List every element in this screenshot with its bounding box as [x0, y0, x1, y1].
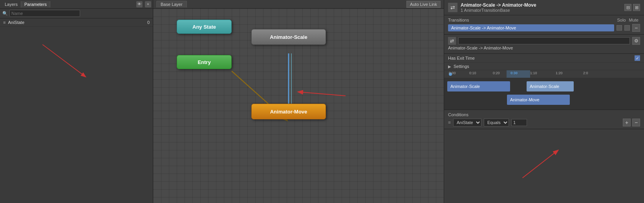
tab-bar: Layers Parameters 👁 +	[0, 0, 153, 9]
has-exit-row: Has Exit Time ✓	[444, 54, 644, 63]
ruler-mark-0: 0:00	[449, 71, 456, 75]
track-animator-scale-1: Animator-Scale	[447, 81, 510, 91]
mute-checkbox[interactable]	[624, 25, 630, 31]
mute-label: Mute	[629, 18, 639, 22]
search-bar: 🔍	[0, 9, 153, 18]
add-condition-btn[interactable]: +	[623, 119, 631, 126]
track-animator-move: Animator-Move	[507, 95, 570, 105]
animator-scale-label: Animator-Scale -> Animator-Move	[448, 45, 640, 51]
svg-line-6	[523, 150, 558, 178]
ruler-mark-10: 0:10	[469, 71, 476, 75]
annotation-arrow-left	[0, 27, 153, 203]
grid-canvas[interactable]: Any State Entry Animator-Scale Animator-…	[153, 9, 444, 203]
condition-value-input[interactable]	[511, 119, 527, 126]
ruler-mark-20: 0:20	[493, 71, 500, 75]
anistate-value: 0	[147, 20, 150, 25]
remove-transition-btn[interactable]: −	[632, 24, 640, 32]
settings-row[interactable]: ▶ Settings	[444, 63, 644, 70]
remove-condition-btn[interactable]: −	[632, 119, 640, 126]
eye-icon-btn[interactable]: 👁	[136, 1, 143, 7]
node-entry-label: Entry	[198, 59, 210, 65]
minimize-btn[interactable]: ⊟	[624, 4, 631, 11]
base-layer-tab[interactable]: Base Layer	[156, 1, 187, 7]
maximize-btn[interactable]: ⊞	[633, 4, 640, 11]
node-any-state[interactable]: Any State	[177, 20, 232, 34]
tab-parameters[interactable]: Parameters	[21, 1, 50, 7]
ruler-mark-200: 2:0	[583, 71, 588, 75]
search-icon: 🔍	[2, 11, 8, 16]
timeline-section: 0:00 0:10 0:20 0:30 1:10 1:20 2:0 Animat…	[444, 70, 644, 110]
node-animator-scale-label: Animator-Scale	[270, 34, 307, 40]
tab-icons: 👁 +	[136, 1, 151, 7]
anistate-label: AniState	[8, 20, 145, 25]
settings-label: Settings	[454, 64, 469, 69]
transition-name-bar[interactable]: Animator-Scale -> Animator-Move	[448, 24, 614, 31]
plus-minus-btns: + −	[623, 119, 640, 126]
timeline-selection	[507, 70, 530, 78]
condition-variable-select[interactable]: AniState	[453, 119, 481, 126]
node-entry[interactable]: Entry	[177, 55, 232, 69]
solo-mute-labels: Solo Mute	[617, 18, 639, 22]
add-btn[interactable]: +	[145, 1, 151, 7]
transition-icon: ⇄	[448, 3, 457, 12]
gear-btn[interactable]: ⚙	[632, 37, 640, 45]
condition-operator-select[interactable]: Equals	[484, 119, 509, 126]
tab-layers[interactable]: Layers	[2, 1, 21, 7]
solo-label: Solo	[617, 18, 626, 22]
transition-row: Animator-Scale -> Animator-Move −	[448, 24, 640, 32]
left-content	[0, 27, 153, 203]
right-header: ⇄ Animator-Scale -> Animator-Move 1 Anim…	[444, 0, 644, 15]
condition-row: = AniState Equals + −	[448, 119, 640, 126]
right-bottom	[444, 129, 644, 203]
right-header-subtitle: 1 AnimatorTransitionBase	[461, 8, 621, 13]
right-panel: ⇄ Animator-Scale -> Animator-Move 1 Anim…	[444, 0, 644, 203]
conditions-label: Conditions	[448, 112, 640, 117]
anistate-menu-icon: ≡	[3, 20, 5, 25]
right-header-text: Animator-Scale -> Animator-Move 1 Animat…	[461, 2, 621, 13]
node-animator-scale[interactable]: Animator-Scale	[251, 29, 326, 45]
conditions-section: Conditions = AniState Equals + −	[444, 110, 644, 129]
right-bottom-annotation	[444, 129, 644, 203]
right-header-title: Animator-Scale -> Animator-Move	[461, 2, 621, 8]
animator-scale-section: ⇄ ⚙ Animator-Scale -> Animator-Move	[444, 35, 644, 54]
center-topbar: Base Layer Auto Live Link	[153, 0, 444, 9]
node-animator-move[interactable]: Animator-Move	[251, 104, 326, 119]
node-any-state-label: Any State	[192, 24, 216, 30]
transitions-label: Transitions	[448, 18, 617, 22]
center-panel: Base Layer Auto Live Link	[153, 0, 444, 203]
condition-equals-icon: =	[448, 120, 451, 125]
has-exit-label: Has Exit Time	[448, 56, 631, 60]
svg-line-5	[298, 92, 346, 96]
auto-live-link-btn[interactable]: Auto Live Link	[406, 1, 441, 8]
right-header-controls: ⊟ ⊞	[624, 4, 640, 11]
animator-scale-input[interactable]	[458, 37, 630, 44]
left-panel: Layers Parameters 👁 + 🔍 ≡ AniState 0	[0, 0, 153, 203]
search-input[interactable]	[9, 10, 80, 17]
transitions-section: Transitions Solo Mute Animator-Scale -> …	[444, 15, 644, 35]
ruler-mark-110: 1:20	[556, 71, 563, 75]
animator-scale-icon: ⇄	[448, 37, 456, 45]
timeline-tracks: Animator-Scale Animator-Scale Animator-M…	[444, 78, 644, 110]
node-animator-move-label: Animator-Move	[270, 109, 307, 115]
solo-checkbox[interactable]	[617, 25, 622, 31]
svg-line-0	[42, 44, 85, 77]
animator-scale-row: ⇄ ⚙	[448, 37, 640, 45]
transitions-header-row: Transitions Solo Mute	[448, 18, 640, 22]
timeline-ruler: 0:00 0:10 0:20 0:30 1:10 1:20 2:0	[444, 70, 644, 78]
anistate-row: ≡ AniState 0	[0, 18, 153, 27]
has-exit-checkbox[interactable]: ✓	[635, 55, 640, 61]
settings-chevron: ▶	[448, 64, 451, 69]
track-animator-scale-2: Animator-Scale	[527, 81, 574, 91]
ruler-mark-100: 1:10	[530, 71, 537, 75]
